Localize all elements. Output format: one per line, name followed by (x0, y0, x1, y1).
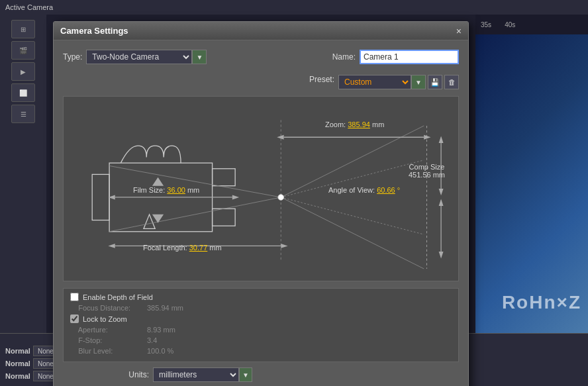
name-input[interactable] (360, 50, 459, 64)
dialog-close-button[interactable]: × (456, 26, 462, 36)
svg-marker-27 (439, 199, 444, 206)
preset-select[interactable]: Custom (338, 75, 411, 89)
dof-fstop-row: F-Stop: 3.4 (70, 336, 452, 344)
preset-save-button[interactable]: 💾 (428, 75, 442, 89)
svg-rect-3 (213, 209, 236, 226)
type-label: Type: (63, 52, 82, 62)
timeline-bar: 35s 40s (475, 15, 588, 34)
zoom-value: 385.94 (348, 121, 370, 128)
angle-label: Angle of View: 60.66 ° (328, 186, 400, 194)
film-size-value: 36.00 (167, 186, 185, 194)
normal-label-2: Normal (5, 360, 30, 367)
dof-fstop-value: 3.4 (147, 336, 157, 344)
focal-label: Focal Length: 30.77 mm (143, 244, 222, 252)
comp-size-label: Comp Size 451.56 mm (409, 163, 445, 179)
svg-point-13 (278, 195, 284, 201)
sidebar-icon-1[interactable]: ⊞ (11, 20, 35, 38)
zoom-unit: mm (372, 121, 384, 128)
name-label: Name: (332, 52, 356, 62)
focal-value: 30.77 (189, 244, 208, 252)
dof-focus-row: Focus Distance: 385.94 mm (70, 304, 452, 312)
svg-marker-21 (108, 244, 115, 248)
units-select[interactable]: millimeters (153, 367, 239, 382)
svg-line-11 (109, 197, 281, 232)
sidebar-icon-5[interactable]: ☰ (11, 105, 35, 123)
film-size-unit: mm (187, 186, 199, 194)
bottom-form: Units: millimeters ▼ Measure Film Size: … (63, 367, 459, 386)
preset-select-arrow[interactable]: ▼ (411, 75, 426, 89)
type-select-arrow[interactable]: ▼ (192, 50, 207, 64)
active-camera-label: Active Camera (5, 3, 53, 11)
normal-label-3: Normal (5, 372, 30, 380)
sidebar-icon-2[interactable]: 🎬 (11, 41, 35, 60)
preset-row: Preset: Custom ▼ 💾 🗑 (63, 75, 459, 89)
right-bg: RoHn×Z (475, 15, 588, 333)
units-row: Units: millimeters ▼ (63, 367, 459, 382)
dof-lock-row: Lock to Zoom (70, 314, 452, 323)
svg-marker-16 (424, 135, 430, 140)
dof-focus-value: 385.94 mm (147, 304, 183, 312)
sidebar: ⊞ 🎬 ▶ ⬜ ☰ (0, 15, 46, 386)
units-label: Units: (63, 370, 149, 379)
dof-blur-row: Blur Level: 100.0 % (70, 347, 452, 355)
svg-marker-22 (281, 244, 287, 248)
type-row: Type: Two-Node Camera ▼ (63, 50, 207, 64)
svg-marker-25 (439, 189, 444, 195)
angle-value: 60.66 (377, 186, 395, 194)
preset-label: Preset: (309, 75, 334, 89)
camera-diagram: Zoom: 385.94 mm Film Size: 36.00 mm Angl… (63, 96, 459, 281)
preset-delete-button[interactable]: 🗑 (444, 75, 459, 89)
zoom-label: Zoom: 385.94 mm (325, 121, 384, 128)
type-select[interactable]: Two-Node Camera (86, 50, 192, 64)
dof-aperture-row: Aperture: 8.93 mm (70, 326, 452, 334)
angle-unit: ° (397, 186, 400, 194)
timeline-mark-2: 40s (505, 21, 515, 28)
dialog-titlebar: Camera Settings × (54, 22, 468, 40)
camera-settings-dialog: Camera Settings × Type: Two-Node Camera … (53, 21, 469, 386)
svg-rect-2 (213, 169, 236, 186)
film-size-label: Film Size: 36.00 mm (133, 186, 199, 194)
dialog-overlay: Camera Settings × Type: Two-Node Camera … (46, 15, 475, 333)
dof-focus-label: Focus Distance: (70, 304, 143, 312)
dof-section: Enable Depth of Field Focus Distance: 38… (63, 288, 459, 362)
dof-aperture-value: 8.93 mm (147, 326, 175, 334)
deco-text: RoHn×Z (502, 292, 581, 313)
svg-marker-24 (439, 136, 444, 143)
dof-enable-label: Enable Depth of Field (83, 293, 153, 301)
focal-unit: mm (209, 244, 221, 252)
svg-marker-29 (152, 177, 164, 186)
dof-blur-value: 100.0 % (147, 347, 173, 355)
sidebar-icon-3[interactable]: ▶ (11, 62, 35, 81)
svg-marker-28 (439, 252, 444, 258)
dialog-title: Camera Settings (60, 26, 128, 36)
normal-label-1: Normal (5, 347, 30, 355)
dof-lock-label: Lock to Zoom (83, 315, 127, 323)
svg-marker-30 (152, 215, 164, 223)
dof-enable-checkbox[interactable] (70, 293, 79, 301)
svg-line-9 (281, 197, 424, 234)
top-bar: Active Camera (0, 0, 588, 15)
svg-rect-1 (92, 174, 109, 220)
svg-marker-4 (144, 215, 155, 229)
svg-marker-15 (277, 135, 283, 140)
name-row: Name: (332, 50, 459, 64)
timeline-mark-1: 35s (481, 21, 491, 28)
dof-lock-checkbox[interactable] (70, 314, 79, 323)
dof-enable-row: Enable Depth of Field (70, 293, 452, 301)
svg-line-7 (281, 197, 424, 269)
units-arrow[interactable]: ▼ (239, 367, 252, 382)
dialog-body: Type: Two-Node Camera ▼ Name: Preset: Cu… (54, 40, 468, 386)
sidebar-icon-4[interactable]: ⬜ (11, 83, 35, 102)
svg-marker-19 (232, 195, 239, 200)
top-form-row: Type: Two-Node Camera ▼ Name: (63, 50, 459, 70)
